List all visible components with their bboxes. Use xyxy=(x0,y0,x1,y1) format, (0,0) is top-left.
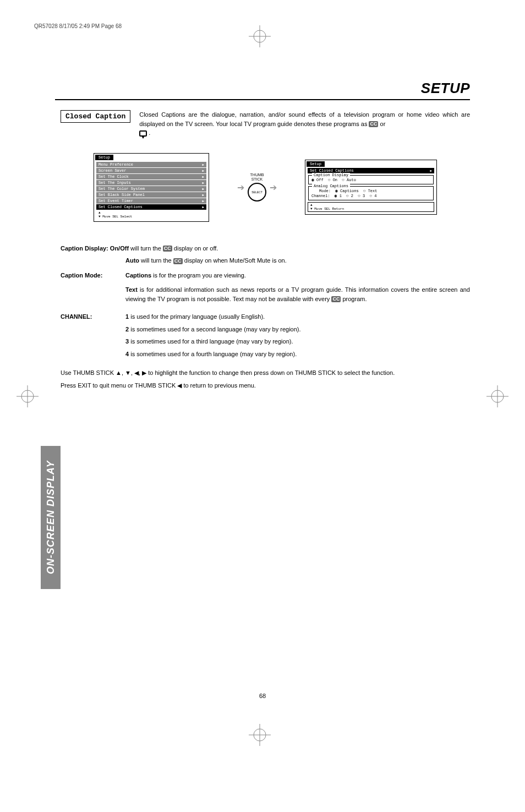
intro-text-a: Closed Captions are the dialogue, narrat… xyxy=(139,111,470,127)
text: display on or off. xyxy=(172,245,218,252)
radio-ch4: ○ 4 xyxy=(369,193,376,198)
text: will turn the xyxy=(139,257,173,264)
arrow-right-icon: ➔ xyxy=(270,182,277,193)
page-number: 68 xyxy=(0,693,525,699)
speech-bubble-icon xyxy=(139,130,147,137)
definitions: Caption Display: On/Off will turn the CC… xyxy=(61,244,470,390)
osd-left-footer: ▲▼ Move SEL Select xyxy=(96,210,206,219)
menu-screenshots-row: Setup Menu Preference▶ Screen Saver▶ Set… xyxy=(94,153,437,222)
osd-item-label: Set The Inputs xyxy=(99,181,131,185)
intro-paragraph: Closed Captions are the dialogue, narrat… xyxy=(139,110,470,138)
osd-right-nav: ▲▼ Move SEL Return xyxy=(308,202,434,212)
cc-icon: CC xyxy=(173,258,183,264)
caption-mode-body: Captions is for the program you are view… xyxy=(125,271,470,307)
arrow-right-icon: ➔ xyxy=(237,182,244,193)
footer-instruction-1: Use THUMB STICK ▲, ▼, ◀, ▶ to highlight … xyxy=(61,368,470,378)
osd-item-label: Set Event Timer xyxy=(99,199,133,203)
caption-display-legend: Caption Display xyxy=(312,173,350,177)
arrow-right-icon: ▶ xyxy=(202,205,204,209)
content-area: Closed Caption Closed Captions are the d… xyxy=(61,110,470,393)
section-title: SETUP xyxy=(55,80,470,97)
arrow-right-icon: ▶ xyxy=(202,187,204,191)
intro-period: . xyxy=(149,129,150,136)
crop-mark-top xyxy=(249,25,271,47)
text: will turn the xyxy=(129,245,163,252)
channel-heading: CHANNEL: xyxy=(61,312,120,362)
analog-captions-group: Analog Captions Mode: ◉ Captions ○ Text … xyxy=(308,186,434,200)
radio-text: ○ Text xyxy=(363,188,378,193)
osd-subtitle-label: Set Closed Captions xyxy=(310,168,354,173)
text: is sometimes used for a third language (… xyxy=(129,338,293,345)
osd-item-label: Screen Saver xyxy=(99,168,126,173)
thumb-label-b: STICK xyxy=(251,177,263,181)
arrow-right-icon: ▶ xyxy=(202,168,204,173)
crop-mark-left xyxy=(17,385,39,407)
osd-item-event-timer: Set Event Timer▶ xyxy=(96,198,206,204)
cc-icon: CC xyxy=(331,296,341,302)
radio-ch1: ◉ 1 xyxy=(335,193,342,198)
footer-instruction-2: Press EXIT to quit menu or THUMB STICK ◀… xyxy=(61,381,470,390)
closed-caption-heading: Closed Caption xyxy=(61,110,130,123)
auto-def: Auto will turn the CC display on when Mu… xyxy=(125,256,470,265)
crop-mark-bottom xyxy=(249,724,271,746)
osd-left-title: Setup xyxy=(95,155,113,160)
arrow-right-icon: ▶ xyxy=(202,175,204,179)
thumb-label: THUMB STICK xyxy=(250,173,264,181)
arrow-right-icon: ▶ xyxy=(202,162,204,167)
thumb-stick-icon: SELECT xyxy=(248,183,266,201)
caption-display-def: Caption Display: On/Off will turn the CC… xyxy=(61,244,470,253)
mode-label: Mode: xyxy=(319,189,331,193)
sidebar-tab: ON-SCREEN DISPLAY xyxy=(41,446,61,589)
osd-right-title: Setup xyxy=(307,161,325,167)
radio-on: ○ On xyxy=(328,177,337,182)
osd-item-black-side-panel: Set Black Side Panel▶ xyxy=(96,192,206,198)
crop-mark-right xyxy=(486,385,508,407)
radio-captions: ◉ Captions xyxy=(335,188,359,193)
osd-item-label: Set The Color System xyxy=(99,187,145,191)
arrow-right-icon: ▶ xyxy=(202,181,204,185)
osd-item-label: Menu Preference xyxy=(99,162,133,167)
channel-label: Channel: xyxy=(311,194,330,198)
osd-item-menu-preference: Menu Preference▶ xyxy=(96,162,206,167)
auto-bold: Auto xyxy=(125,257,139,264)
osd-item-screen-saver: Screen Saver▶ xyxy=(96,168,206,173)
radio-ch3: ○ 3 xyxy=(358,193,365,198)
arrow-right-icon: ▶ xyxy=(430,168,432,173)
text: is sometimes used for a fourth language … xyxy=(129,351,297,357)
thumb-stick-graphic: ➔ THUMB STICK SELECT ➔ xyxy=(237,173,277,201)
captions-bold: Captions xyxy=(125,272,151,279)
analog-captions-legend: Analog Captions xyxy=(312,184,350,188)
radio-auto: ○ Auto xyxy=(342,177,356,182)
osd-item-label: Set Closed Captions xyxy=(99,205,143,209)
radio-off: ◉ Off xyxy=(311,177,324,182)
cc-icon: CC xyxy=(163,246,172,252)
text: is for the program you are viewing. xyxy=(151,272,246,279)
osd-item-set-clock: Set The Clock▶ xyxy=(96,174,206,179)
text-bold: Text xyxy=(125,286,138,293)
text: is sometimes used for a second language … xyxy=(129,326,300,333)
osd-nav-text: Move SEL Return xyxy=(314,207,344,211)
text: program. xyxy=(341,296,367,302)
print-header: QR57028 8/17/05 2:49 PM Page 68 xyxy=(34,23,122,29)
osd-item-set-inputs: Set The Inputs▶ xyxy=(96,180,206,186)
intro-or: or xyxy=(380,121,386,127)
osd-footer-text: Move SEL Select xyxy=(102,215,132,219)
osd-menu-left: Setup Menu Preference▶ Screen Saver▶ Set… xyxy=(94,153,209,222)
radio-ch2: ○ 2 xyxy=(346,193,353,198)
osd-menu-right: Setup Set Closed Captions▶ Caption Displ… xyxy=(305,160,437,215)
thumb-label-a: THUMB xyxy=(250,173,264,177)
text: is used for the primary language (usuall… xyxy=(129,313,265,320)
osd-item-color-system: Set The Color System▶ xyxy=(96,186,206,192)
channel-body: 1 is used for the primary language (usua… xyxy=(125,312,470,362)
caption-display-group: Caption Display ◉ Off ○ On ○ Auto xyxy=(308,175,434,184)
section-header: SETUP xyxy=(55,80,470,100)
osd-item-label: Set The Clock xyxy=(99,175,129,179)
text: display on when Mute/Soft Mute is on. xyxy=(183,257,287,264)
arrow-right-icon: ▶ xyxy=(202,193,204,197)
osd-item-label: Set Black Side Panel xyxy=(99,193,145,197)
caption-display-bold: Caption Display: On/Off xyxy=(61,245,129,252)
cc-icon: CC xyxy=(369,121,378,127)
osd-item-closed-captions-selected: Set Closed Captions▶ xyxy=(96,204,206,210)
caption-mode-label: Caption Mode: xyxy=(61,271,120,307)
text: is for additional information such as ne… xyxy=(125,286,470,302)
